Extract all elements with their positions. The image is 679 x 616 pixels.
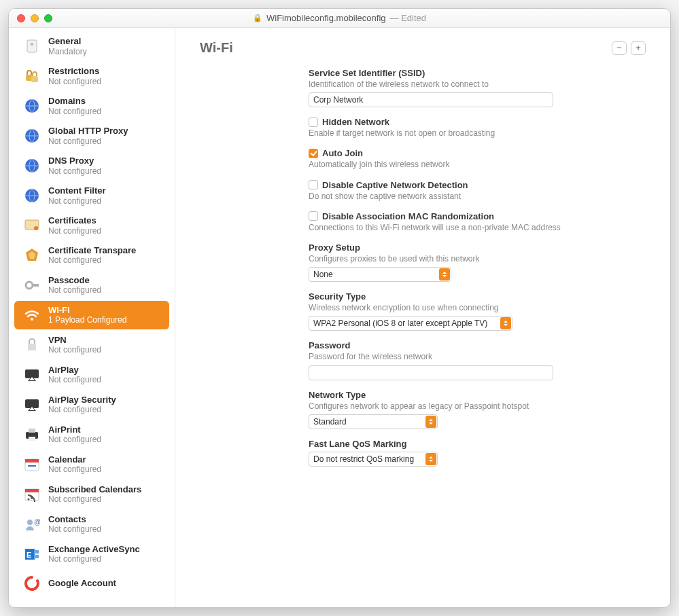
svg-rect-35 — [34, 550, 39, 554]
sidebar-item-dns-proxy[interactable]: DNS ProxyNot configured — [14, 151, 169, 180]
sidebar-item-label: Content Filter — [48, 185, 106, 196]
sidebar-item-restrictions[interactable]: RestrictionsNot configured — [14, 62, 169, 90]
security-select[interactable] — [309, 316, 512, 331]
sidebar-item-sub: Not configured — [48, 137, 128, 146]
ssid-input[interactable] — [309, 92, 553, 107]
svg-point-30 — [28, 498, 30, 500]
sidebar-item-passcode[interactable]: PasscodeNot configured — [14, 271, 169, 300]
field-ssid: Service Set Identifier (SSID) Identifica… — [309, 68, 594, 107]
sidebar-item-general[interactable]: GeneralMandatory — [14, 32, 169, 60]
sidebar-item-label: Contacts — [48, 514, 101, 525]
auto-join-checkbox[interactable] — [309, 149, 318, 158]
svg-rect-15 — [28, 344, 36, 350]
field-qos: Fast Lane QoS Marking — [309, 439, 594, 467]
svg-rect-3 — [31, 76, 38, 82]
sidebar-item-sub: Not configured — [48, 77, 101, 86]
contacts-icon: @ — [22, 515, 41, 534]
sidebar-item-airprint[interactable]: AirPrintNot configured — [14, 420, 169, 449]
sidebar-item-airplay[interactable]: AirPlayNot configured — [14, 361, 169, 389]
sidebar-item-sub: Not configured — [48, 465, 101, 474]
svg-rect-23 — [29, 429, 35, 433]
remove-payload-button[interactable]: − — [612, 41, 627, 55]
sidebar-item-http-proxy[interactable]: Global HTTP ProxyNot configured — [14, 122, 169, 150]
sidebar-item-subscribed-calendars[interactable]: Subscribed CalendarsNot configured — [14, 480, 169, 509]
svg-point-14 — [31, 318, 33, 321]
svg-rect-24 — [29, 437, 35, 441]
sidebar-item-airplay-security[interactable]: AirPlay SecurityNot configured — [14, 391, 169, 419]
close-window-button[interactable] — [17, 14, 25, 22]
sidebar-item-sub: Not configured — [48, 255, 136, 265]
passcode-icon — [22, 276, 41, 295]
sidebar-item-label: AirPlay — [48, 365, 101, 376]
password-input[interactable] — [309, 365, 553, 380]
sidebar-item-label: Google Account — [48, 578, 116, 589]
sidebar[interactable]: GeneralMandatoryRestrictionsNot configur… — [9, 28, 175, 607]
captive-desc: Do not show the captive network assistan… — [309, 191, 594, 202]
domains-icon — [22, 96, 41, 115]
sidebar-item-certificates[interactable]: CertificatesNot configured — [14, 211, 169, 240]
proxy-label: Proxy Setup — [309, 242, 594, 253]
certificates-icon — [22, 216, 41, 235]
restrictions-icon — [22, 67, 41, 86]
sidebar-item-label: Domains — [48, 96, 101, 107]
captive-checkbox[interactable] — [309, 180, 318, 189]
sidebar-item-exchange[interactable]: EExchange ActiveSyncNot configured — [14, 540, 169, 568]
window-title-text: WiFimobileconfig.mobileconfig — [266, 13, 386, 23]
sidebar-item-vpn[interactable]: VPNNot configured — [14, 331, 169, 359]
sidebar-item-domains[interactable]: DomainsNot configured — [14, 92, 169, 120]
sidebar-item-label: Certificate Transpare — [48, 245, 136, 256]
field-security: Security Type Wireless network encryptio… — [309, 291, 594, 331]
http-proxy-icon — [22, 126, 41, 145]
subscribed-calendars-icon — [22, 485, 41, 504]
sidebar-item-sub: Not configured — [48, 554, 140, 564]
field-hidden-network: Hidden Network Enable if target network … — [309, 117, 594, 139]
sidebar-item-contacts[interactable]: @ContactsNot configured — [14, 510, 169, 539]
field-auto-join: Auto Join Automatically join this wirele… — [309, 148, 594, 170]
exchange-icon: E — [22, 545, 41, 564]
maximize-window-button[interactable] — [44, 14, 52, 22]
sidebar-item-label: Certificates — [48, 215, 101, 226]
security-desc: Wireless network encryption to use when … — [309, 302, 594, 313]
app-window: 🔒 WiFimobileconfig.mobileconfig — Edited… — [8, 8, 671, 608]
password-label: Password — [309, 340, 594, 350]
lock-icon: 🔒 — [253, 14, 262, 22]
field-proxy: Proxy Setup Configures proxies to be use… — [309, 242, 594, 282]
minimize-window-button[interactable] — [31, 14, 39, 22]
window-edited-indicator: — Edited — [390, 13, 426, 23]
sidebar-item-google[interactable]: Google Account — [14, 570, 169, 597]
sidebar-item-sub: Not configured — [48, 166, 101, 176]
svg-rect-0 — [27, 40, 37, 52]
sidebar-item-sub: 1 Payload Configured — [48, 315, 126, 325]
mac-randomization-checkbox[interactable] — [309, 211, 318, 221]
sidebar-item-label: Global HTTP Proxy — [48, 126, 128, 137]
sidebar-item-label: VPN — [48, 335, 101, 346]
header-button-group: − + — [612, 41, 646, 55]
sidebar-item-sub: Not configured — [48, 435, 101, 444]
sidebar-item-label: Exchange ActiveSync — [48, 544, 140, 555]
network-type-select[interactable] — [309, 414, 438, 429]
sidebar-item-label: Passcode — [48, 275, 101, 286]
svg-rect-36 — [34, 555, 39, 558]
sidebar-item-content-filter[interactable]: Content FilterNot configured — [14, 181, 169, 210]
add-payload-button[interactable]: + — [631, 41, 646, 55]
proxy-select[interactable] — [309, 267, 451, 282]
sidebar-item-wifi[interactable]: Wi-Fi1 Payload Configured — [14, 301, 169, 329]
svg-rect-26 — [25, 459, 39, 463]
svg-rect-13 — [32, 284, 39, 287]
hidden-network-checkbox[interactable] — [309, 117, 318, 127]
titlebar: 🔒 WiFimobileconfig.mobileconfig — Edited — [9, 9, 670, 28]
svg-point-12 — [26, 282, 33, 289]
svg-text:@: @ — [34, 518, 40, 526]
sidebar-item-label: DNS Proxy — [48, 156, 101, 166]
airplay-icon — [22, 365, 41, 384]
qos-select[interactable] — [309, 452, 438, 467]
dns-proxy-icon — [22, 156, 41, 175]
traffic-lights — [9, 14, 52, 22]
airprint-icon — [22, 425, 41, 444]
ssid-label: Service Set Identifier (SSID) — [309, 68, 594, 78]
sidebar-item-calendar[interactable]: CalendarNot configured — [14, 450, 169, 479]
captive-label: Disable Captive Network Detection — [322, 180, 468, 190]
auto-join-desc: Automatically join this wireless network — [309, 159, 594, 170]
sidebar-item-cert-transparency[interactable]: Certificate TranspareNot configured — [14, 241, 169, 270]
svg-point-31 — [27, 520, 33, 525]
